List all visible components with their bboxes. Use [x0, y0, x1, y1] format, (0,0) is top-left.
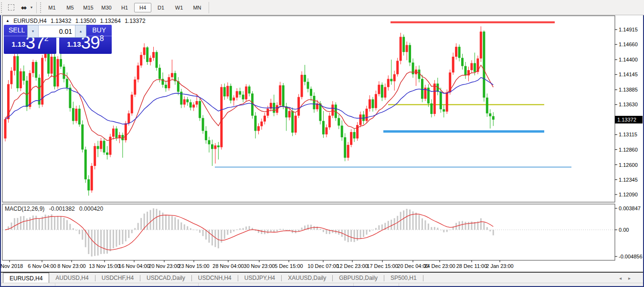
macd-signal-value: 0.000420	[79, 205, 103, 212]
one-click-trading-panel: SELL 1.13372 BUY 1.13398 ▼ ▲	[4, 25, 112, 54]
ohlc-high: 1.13500	[75, 18, 96, 24]
collapse-panel-icon[interactable]: ▲	[6, 19, 10, 23]
time-axis-label: 10 Dec 07:00	[307, 263, 338, 269]
price-axis-label: 1.14145	[619, 72, 638, 77]
volume-control: ▼ ▲	[27, 25, 86, 38]
price-axis-label: 1.12090	[619, 192, 638, 197]
tab-usdcnhh4[interactable]: USDCNH,H4	[192, 273, 238, 283]
time-axis-label: 16 Nov 04:00	[118, 263, 149, 269]
sell-price-small: 1.13	[11, 40, 25, 48]
tab-scroll-arrows[interactable]: ◂▸	[619, 276, 637, 281]
tab-gbpusddaily[interactable]: GBPUSD,Daily	[333, 273, 384, 283]
time-axis-label: 12 Dec 23:00	[337, 263, 368, 269]
buy-price-small: 1.13	[67, 40, 81, 48]
tab-usdjpyh4[interactable]: USDJPY,H4	[238, 273, 281, 283]
macd-value: -0.001382	[49, 205, 75, 212]
price-axis: 1.149151.146601.144001.141451.138851.136…	[615, 27, 643, 197]
time-axis-label: 2 Jan 23:00	[486, 263, 514, 269]
mt4-window: ◆◆ ▼ M1M5M15M30H1H4D1W1MN 1.149151.14660…	[0, 0, 644, 287]
volume-increase-icon[interactable]: ▲	[75, 25, 86, 37]
time-axis-label: 13 Nov 15:00	[89, 263, 120, 269]
price-axis-label: 1.13115	[619, 132, 637, 137]
ohlc-open: 1.13432	[51, 18, 71, 24]
price-axis-label: 1.14400	[619, 57, 638, 62]
symbol-ohlc-header: ▲ EURUSD,H4 1.13432 1.13500 1.13264 1.13…	[6, 18, 148, 24]
svg-text:1.13372: 1.13372	[617, 117, 636, 123]
ohlc-close: 1.13372	[125, 18, 145, 24]
price-axis-label: 1.12860	[619, 147, 638, 153]
macd-axis-label: -0.004856	[619, 254, 643, 259]
buy-price-sup: 8	[100, 34, 104, 42]
price-axis-label: 1.13885	[619, 87, 638, 92]
window-border-left	[0, 15, 1, 287]
tab-separator	[423, 275, 423, 281]
time-axis-label: 17 Dec 15:00	[367, 263, 398, 269]
macd-axis: 0.0038470.00-0.004856	[615, 205, 643, 259]
time-axis-label: 8 Nov 23:00	[57, 263, 85, 269]
time-axis-label: 28 Nov 04:00	[212, 263, 243, 269]
time-axis-label: 30 Nov 23:00	[243, 263, 274, 269]
price-axis-label: 1.14915	[619, 27, 638, 32]
time-axis-label: 5 Dec 15:00	[274, 263, 303, 269]
time-axis-label: 23 Nov 15:00	[178, 263, 209, 269]
price-axis-label: 1.13630	[619, 102, 638, 107]
macd-indicator-label: MACD(12,26,9) -0.001382 0.000420	[5, 205, 106, 212]
price-axis-label: 1.12345	[619, 177, 638, 183]
macd-name: MACD(12,26,9)	[5, 205, 44, 212]
tab-eurusdh4[interactable]: EURUSD,H4	[3, 273, 49, 284]
time-axis-label: 6 Nov 04:00	[28, 263, 56, 269]
chart-tab-bar: EURUSD,H4AUDUSD,H4USDCHF,H4USDCAD,DailyU…	[0, 272, 644, 284]
tab-sp500h1[interactable]: SP500,H1	[384, 273, 423, 283]
time-axis-label: 20 Nov 23:00	[148, 263, 179, 269]
time-axis-label: 24 Dec 23:00	[424, 263, 455, 269]
time-axis-label: 28 Dec 11:00	[456, 263, 487, 269]
volume-decrease-icon[interactable]: ▼	[28, 25, 38, 37]
price-axis-label: 1.12600	[619, 162, 638, 168]
tab-xauusddaily[interactable]: XAUUSD,Daily	[282, 273, 332, 283]
volume-input[interactable]	[38, 25, 75, 37]
price-axis-label: 1.14660	[619, 41, 638, 47]
macd-axis-label: 0.00	[619, 227, 629, 233]
macd-axis-label: 0.003847	[619, 205, 641, 211]
time-axis-label: 1 Nov 2018	[0, 263, 23, 269]
symbol-name: EURUSD,H4	[13, 18, 46, 24]
time-axis: 1 Nov 20186 Nov 04:008 Nov 23:0013 Nov 1…	[0, 260, 514, 269]
tab-usdcaddaily[interactable]: USDCAD,Daily	[140, 273, 191, 283]
tab-usdchfh4[interactable]: USDCHF,H4	[95, 273, 140, 283]
ohlc-low: 1.13264	[100, 18, 120, 24]
tab-audusdh4[interactable]: AUDUSD,H4	[49, 273, 95, 283]
